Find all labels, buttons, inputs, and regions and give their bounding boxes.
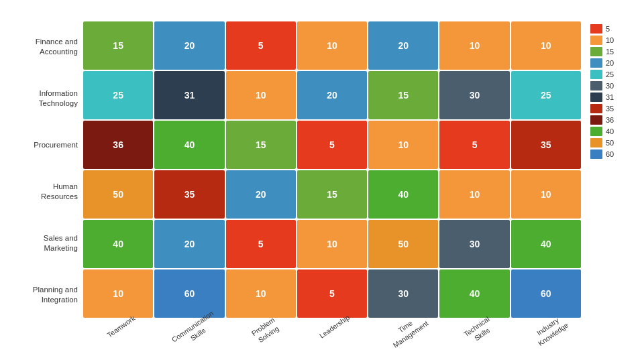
row-label: Finance andAccounting xyxy=(16,37,83,57)
grid-cell: 20 xyxy=(226,170,296,219)
grid-cell: 30 xyxy=(439,71,509,119)
legend-swatch xyxy=(590,70,602,79)
grid-cell: 20 xyxy=(154,21,224,70)
legend-item: 15 xyxy=(590,47,628,56)
grid-cell: 10 xyxy=(226,71,296,119)
legend-label: 36 xyxy=(606,116,614,124)
grid-cell: 25 xyxy=(83,71,153,119)
grid-cell: 10 xyxy=(297,21,367,70)
grid-cell: 30 xyxy=(439,220,509,268)
grid-cell: 15 xyxy=(368,71,438,119)
grid-cell: 20 xyxy=(297,71,367,119)
legend-label: 20 xyxy=(606,59,614,67)
legend: 51015202530313536405060 xyxy=(581,21,628,355)
row-label: Procurement xyxy=(16,140,83,150)
grid-cell: 40 xyxy=(439,269,509,318)
grid-cell: 5 xyxy=(297,269,367,318)
grid-cell: 35 xyxy=(154,170,224,219)
legend-item: 60 xyxy=(590,149,628,159)
grid-cell: 10 xyxy=(83,269,153,318)
legend-label: 50 xyxy=(606,139,614,147)
legend-label: 40 xyxy=(606,127,614,135)
page: Finance andAccountingInformationTechnolo… xyxy=(0,0,644,362)
grid-cell: 10 xyxy=(226,269,296,318)
legend-label: 15 xyxy=(606,48,614,56)
grid-cell: 25 xyxy=(511,71,581,119)
legend-swatch xyxy=(590,47,602,56)
legend-label: 5 xyxy=(606,25,610,33)
grid-cell: 5 xyxy=(297,121,367,169)
col-label: ProblemSolving xyxy=(225,320,297,355)
grid-cell: 5 xyxy=(439,121,509,169)
legend-item: 35 xyxy=(590,104,628,113)
grid-cell: 20 xyxy=(154,220,224,268)
col-label: Teamwork xyxy=(83,320,154,355)
legend-swatch xyxy=(590,115,602,125)
legend-swatch xyxy=(590,24,602,34)
legend-item: 50 xyxy=(590,138,628,147)
grid-cell: 40 xyxy=(154,121,224,169)
row-label: Planning andIntegration xyxy=(16,285,83,305)
col-label: TechnicalSkills xyxy=(439,320,510,355)
grid-cell: 10 xyxy=(439,21,509,70)
grid-cell: 5 xyxy=(226,220,296,268)
legend-label: 25 xyxy=(606,70,614,78)
legend-swatch xyxy=(590,138,602,147)
legend-swatch xyxy=(590,36,602,45)
grid-cell: 40 xyxy=(83,220,153,268)
col-labels: TeamworkCommunicationSkillsProblemSolvin… xyxy=(83,320,581,355)
grid-cell: 15 xyxy=(297,170,367,219)
grid-section: Finance andAccountingInformationTechnolo… xyxy=(16,21,581,355)
legend-swatch xyxy=(590,149,602,159)
legend-label: 30 xyxy=(606,82,614,90)
data-grid: 1520510201010253110201530253640155105355… xyxy=(83,21,581,318)
grid-cell: 10 xyxy=(439,170,509,219)
legend-swatch xyxy=(590,127,602,136)
grid-cell: 5 xyxy=(226,21,296,70)
row-labels: Finance andAccountingInformationTechnolo… xyxy=(16,21,83,355)
grid-cell: 60 xyxy=(511,269,581,318)
legend-label: 31 xyxy=(606,93,614,101)
legend-item: 10 xyxy=(590,36,628,45)
grid-and-col-labels: 1520510201010253110201530253640155105355… xyxy=(83,21,581,355)
grid-cell: 40 xyxy=(368,170,438,219)
row-label: Sales andMarketing xyxy=(16,233,83,253)
grid-cell: 36 xyxy=(83,121,153,169)
grid-cell: 35 xyxy=(511,121,581,169)
col-label: IndustryKnowledge xyxy=(510,320,581,355)
legend-item: 31 xyxy=(590,93,628,102)
col-label: CommunicationSkills xyxy=(154,320,225,355)
legend-swatch xyxy=(590,93,602,102)
legend-swatch xyxy=(590,104,602,113)
legend-item: 30 xyxy=(590,81,628,90)
legend-label: 35 xyxy=(606,105,614,113)
grid-cell: 15 xyxy=(226,121,296,169)
grid-cell: 50 xyxy=(83,170,153,219)
legend-item: 5 xyxy=(590,24,628,34)
grid-cell: 10 xyxy=(511,170,581,219)
col-label: TimeManagement xyxy=(368,320,439,355)
row-label: HumanResources xyxy=(16,182,83,202)
grid-with-labels: Finance andAccountingInformationTechnolo… xyxy=(16,21,581,355)
legend-item: 25 xyxy=(590,70,628,79)
grid-cell: 10 xyxy=(511,21,581,70)
grid-cell: 15 xyxy=(83,21,153,70)
legend-item: 40 xyxy=(590,127,628,136)
grid-cell: 60 xyxy=(154,269,224,318)
chart-area: Finance andAccountingInformationTechnolo… xyxy=(16,21,628,355)
grid-cell: 40 xyxy=(511,220,581,268)
legend-swatch xyxy=(590,58,602,68)
legend-item: 20 xyxy=(590,58,628,68)
grid-cell: 10 xyxy=(297,220,367,268)
grid-cell: 10 xyxy=(368,121,438,169)
legend-label: 10 xyxy=(606,36,614,44)
grid-cell: 31 xyxy=(154,71,224,119)
row-label: InformationTechnology xyxy=(16,88,83,109)
grid-cell: 50 xyxy=(368,220,438,268)
grid-cell: 30 xyxy=(368,269,438,318)
grid-cell: 20 xyxy=(368,21,438,70)
legend-swatch xyxy=(590,81,602,90)
col-label: Leadership xyxy=(297,320,368,355)
legend-item: 36 xyxy=(590,115,628,125)
legend-label: 60 xyxy=(606,150,614,158)
